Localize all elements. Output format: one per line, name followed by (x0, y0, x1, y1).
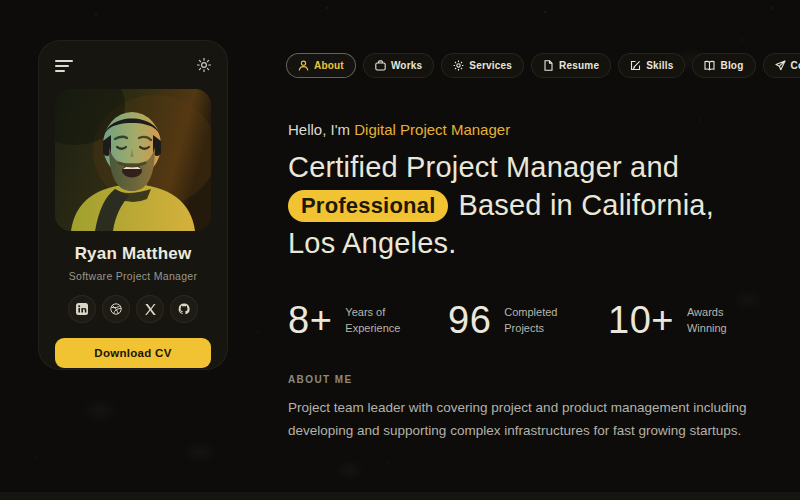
stat-experience: 8+ Years of Experience (288, 297, 448, 343)
tab-label: Resume (559, 60, 599, 71)
stat-projects: 96 Completed Projects (448, 297, 608, 343)
menu-icon[interactable] (55, 58, 73, 76)
tab-contact[interactable]: Contact (763, 53, 800, 78)
page: Ryan Matthew Software Project Manager Do… (0, 0, 800, 500)
greeting-prefix: Hello, I'm (288, 121, 354, 138)
card-header (55, 59, 211, 75)
tab-label: Blog (720, 60, 743, 71)
stat-label: Completed Projects (504, 304, 557, 336)
document-icon (543, 60, 554, 71)
stat-value: 8+ (288, 297, 332, 343)
linkedin-icon[interactable] (68, 295, 96, 323)
tab-about[interactable]: About (286, 53, 356, 78)
greeting-highlight: Digital Project Manager (354, 121, 510, 138)
x-twitter-icon[interactable] (136, 295, 164, 323)
send-icon (775, 60, 786, 71)
tab-resume[interactable]: Resume (531, 53, 611, 78)
profile-card: Ryan Matthew Software Project Manager Do… (38, 40, 228, 370)
gear-icon (453, 60, 464, 71)
download-cv-button[interactable]: Download CV (55, 338, 211, 368)
stat-value: 10+ (608, 297, 674, 343)
about-section-label: ABOUT ME (288, 374, 353, 385)
tab-services[interactable]: Services (441, 53, 524, 78)
heading-line1: Certified Project Manager and (288, 151, 679, 183)
stats-row: 8+ Years of Experience 96 Completed Proj… (288, 297, 778, 343)
theme-toggle-sun-icon[interactable] (197, 58, 211, 76)
hero-heading: Certified Project Manager and Profession… (288, 148, 743, 262)
greeting: Hello, I'm Digital Project Manager (288, 121, 510, 138)
tab-works[interactable]: Works (363, 53, 434, 78)
dribbble-icon[interactable] (102, 295, 130, 323)
heading-line3: Los Angeles. (288, 227, 456, 259)
heading-line2: Based in California, (458, 189, 713, 221)
stat-label: Years of Experience (345, 304, 400, 336)
stat-awards: 10+ Awards Winning (608, 297, 768, 343)
about-text: Project team leader with covering projec… (288, 396, 768, 442)
user-icon (298, 60, 309, 71)
briefcase-icon (375, 60, 386, 71)
tab-label: About (314, 60, 344, 71)
tab-label: Contact (791, 60, 800, 71)
github-icon[interactable] (170, 295, 198, 323)
profile-title: Software Project Manager (55, 270, 211, 282)
tab-blog[interactable]: Blog (692, 53, 755, 78)
social-links (55, 295, 211, 323)
profile-name: Ryan Matthew (55, 244, 211, 264)
stat-label: Awards Winning (687, 304, 727, 336)
main-nav: About Works Services Resume Skills Blog … (286, 53, 800, 78)
stat-value: 96 (448, 297, 491, 343)
tab-label: Skills (646, 60, 673, 71)
tab-label: Services (469, 60, 512, 71)
tab-label: Works (391, 60, 422, 71)
book-icon (704, 60, 715, 71)
edit-icon (630, 60, 641, 71)
profile-photo (55, 89, 211, 231)
highlight-pill: Professional (288, 190, 448, 222)
tab-skills[interactable]: Skills (618, 53, 685, 78)
next-section-edge (0, 492, 800, 500)
